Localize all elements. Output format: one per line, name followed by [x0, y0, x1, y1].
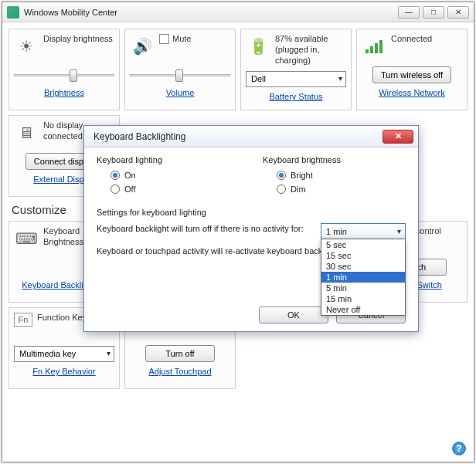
wireless-footer-link[interactable]: Wireless Network — [362, 88, 462, 97]
battery-footer-link[interactable]: Battery Status — [246, 92, 346, 101]
app-icon — [7, 6, 19, 19]
ok-button[interactable]: OK — [259, 307, 328, 323]
power-plan-select[interactable]: Dell — [246, 71, 346, 87]
mute-label: Mute — [172, 34, 191, 45]
lighting-head: Keyboard lighting — [97, 155, 240, 164]
touchpad-toggle-button[interactable]: Turn off — [145, 345, 215, 362]
monitor-icon: 🖥 — [14, 120, 39, 145]
brightness-icon: ☀ — [14, 34, 39, 59]
mute-checkbox[interactable]: Mute — [159, 34, 230, 45]
fnkey-select-value: Multimedia key — [19, 349, 76, 358]
timeout-dropdown[interactable]: 1 min 5 sec 15 sec 30 sec 1 min 5 min 15… — [321, 223, 406, 239]
brightness-tile: ☀ Display brightness Brightness — [8, 29, 120, 110]
dialog-close-button[interactable]: ✕ — [382, 130, 413, 144]
dialog-titlebar[interactable]: Keyboard Backlighting ✕ — [84, 126, 418, 147]
brightness-bright-radio[interactable]: Bright — [277, 171, 406, 180]
minimize-button[interactable]: — — [398, 6, 420, 19]
timeout-option[interactable]: 5 sec — [321, 239, 405, 250]
power-plan-value: Dell — [251, 74, 266, 83]
volume-slider[interactable] — [130, 68, 230, 82]
fnkey-select[interactable]: Multimedia key — [14, 346, 114, 362]
timeout-option[interactable]: Never off — [321, 304, 405, 315]
brightness-head: Keyboard brightness — [263, 155, 406, 164]
keyboard-backlighting-dialog: Keyboard Backlighting ✕ Keyboard lightin… — [83, 125, 419, 332]
timeout-option[interactable]: 15 sec — [321, 250, 405, 261]
lighting-on-radio[interactable]: On — [110, 171, 240, 180]
timeout-option[interactable]: 1 min — [321, 272, 405, 283]
timeout-option[interactable]: 30 sec — [321, 261, 405, 272]
wireless-tile: Connected Turn wireless off Wireless Net… — [356, 29, 468, 110]
titlebar[interactable]: Windows Mobility Center — □ ✕ — [2, 2, 474, 22]
timeout-option[interactable]: 5 min — [321, 283, 405, 293]
signal-icon — [362, 34, 386, 59]
brightness-label: Display brightness — [43, 34, 114, 62]
timeout-value: 1 min — [326, 227, 347, 236]
brightness-group: Keyboard brightness Bright Dim — [263, 155, 406, 198]
battery-status: 87% available (plugged in, charging) — [275, 34, 346, 66]
window-title: Windows Mobility Center — [24, 8, 398, 17]
fn-key-icon: Fn — [14, 313, 32, 327]
brightness-dim-radio[interactable]: Dim — [277, 185, 406, 194]
brightness-slider[interactable] — [14, 68, 114, 82]
lighting-group: Keyboard lighting On Off — [97, 155, 240, 198]
wireless-toggle-button[interactable]: Turn wireless off — [372, 66, 451, 83]
help-icon[interactable]: ? — [452, 442, 466, 456]
brightness-footer-link[interactable]: Brightness — [14, 88, 114, 97]
touchpad-footer-link[interactable]: Adjust Touchpad — [130, 367, 230, 376]
battery-icon: 🔋 — [246, 34, 270, 59]
timeout-option[interactable]: 15 min — [321, 293, 405, 304]
wireless-status: Connected — [391, 34, 462, 62]
maximize-button[interactable]: □ — [423, 6, 444, 19]
volume-footer-link[interactable]: Volume — [130, 88, 230, 97]
window-close-button[interactable]: ✕ — [447, 6, 469, 19]
fnkey-footer-link[interactable]: Fn Key Behavior — [14, 367, 114, 376]
battery-tile: 🔋 87% available (plugged in, charging) D… — [240, 29, 352, 110]
volume-tile: 🔊 Mute Volume — [124, 29, 236, 110]
dialog-title: Keyboard Backlighting — [89, 131, 382, 142]
keyboard-icon: ⌨ — [14, 226, 39, 251]
timeout-label: Keyboard backlight will turn off if ther… — [97, 223, 314, 235]
settings-head: Settings for keyboard lighting — [97, 208, 406, 217]
timeout-dropdown-list: 5 sec 15 sec 30 sec 1 min 5 min 15 min N… — [321, 239, 406, 316]
speaker-icon: 🔊 — [130, 34, 155, 59]
lighting-off-radio[interactable]: Off — [110, 185, 240, 194]
